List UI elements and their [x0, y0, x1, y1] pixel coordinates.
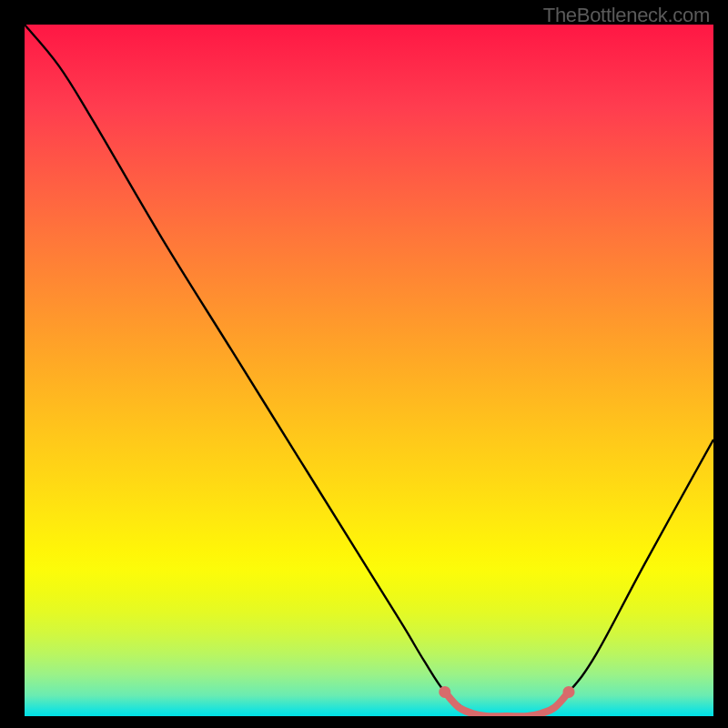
watermark-text: TheBottleneck.com	[543, 4, 710, 27]
optimal-marker-dot	[439, 686, 450, 698]
optimal-highlight-path	[445, 692, 569, 716]
chart-svg	[25, 25, 713, 716]
optimal-marker-dot	[563, 686, 575, 698]
plot-area	[25, 25, 713, 716]
bottleneck-curve-path	[25, 25, 713, 716]
curve-group	[25, 25, 713, 716]
chart-container: TheBottleneck.com	[0, 0, 728, 728]
optimal-markers	[439, 686, 574, 698]
